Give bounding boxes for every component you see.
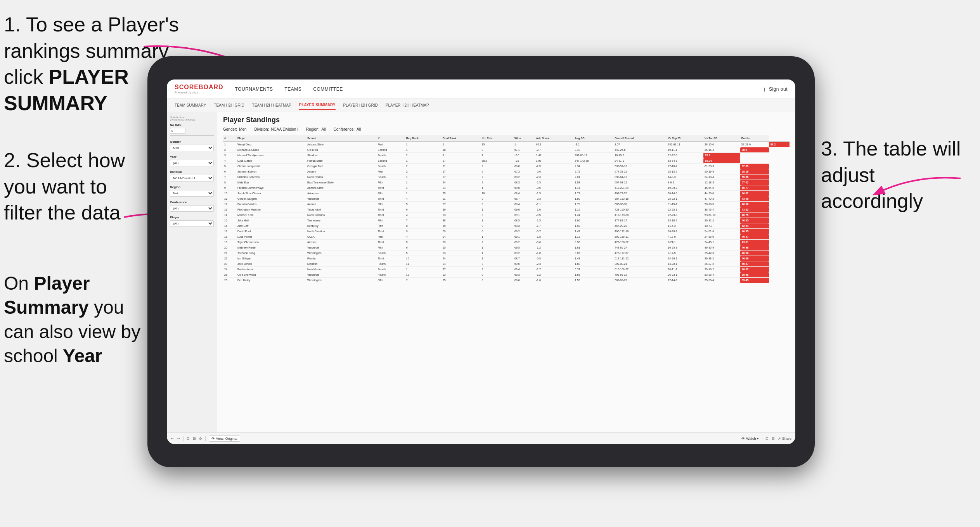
nav-teams[interactable]: TEAMS (285, 85, 302, 94)
col-school: School (306, 135, 377, 142)
cell-23-4: 1 (405, 267, 442, 272)
cell-13-12: 53-51-10 (703, 213, 740, 218)
table-row[interactable]: 6Jackson KoivunAuburnFirst217667.3-0.62.… (223, 169, 790, 175)
table-row[interactable]: 14Maxwell FordNorth CarolinaThird423069.… (223, 213, 790, 218)
cell-22-11: 14-20-1 (667, 261, 703, 267)
cell-6-7: 68.2 (513, 175, 535, 180)
toolbar-paste[interactable]: ⊞ (193, 437, 196, 441)
table-row[interactable]: 12Brendan ValdesAuburnFifth537068.4-1.11… (223, 202, 790, 207)
table-row[interactable]: 19Tiger ChristensenArizonaThird523269.2-… (223, 240, 790, 245)
cell-3-6: 68.2 (481, 158, 513, 164)
sidebar-player: Player (All) (170, 216, 214, 227)
subnav-team-h2h-heatmap[interactable]: TEAM H2H HEATMAP (252, 101, 291, 109)
share-label: Share (782, 437, 791, 441)
toolbar-grid[interactable]: ⊞ (772, 437, 775, 441)
table-row[interactable]: 2Michael La SassoOle MissSecond118067.1-… (223, 147, 790, 153)
cell-1-13: 78.2 (740, 147, 769, 153)
cell-4-12: 61-20-3 (703, 164, 740, 169)
cell-25-4: 7 (405, 278, 442, 283)
cell-8-0: 9 (223, 185, 236, 191)
subnav-team-h2h-grid[interactable]: TEAM H2H GRID (214, 101, 244, 109)
cell-18-0: 19 (223, 240, 236, 245)
table-row[interactable]: 3Michael ThorbjornsenStanfordFourth287-2… (223, 153, 790, 158)
step2-note-pre: On (4, 273, 34, 294)
year-select[interactable]: (All) First Second Third Fourth Fifth (170, 160, 214, 166)
cell-6-5: 27 (442, 175, 481, 180)
cell-20-8: -1.0 (535, 251, 574, 256)
table-row[interactable]: 22Ian GilliganFloridaThird1024168.7-0.81… (223, 256, 790, 261)
cell-6-13: 55.56 (740, 175, 769, 180)
cell-9-13: 46.82 (740, 191, 769, 196)
cell-13-5: 23 (442, 213, 481, 218)
cell-25-5: 25 (442, 278, 481, 283)
table-row[interactable]: 4Luke ClatonFlorida StateSecond12768.2-1… (223, 158, 790, 164)
table-row[interactable]: 8Mats EgeEast Tennessee StateFifth124268… (223, 180, 790, 185)
cell-19-10: 448-85-27 (613, 245, 667, 251)
cell-10-1: Gordon Sargent (236, 196, 306, 202)
nav-signout[interactable]: Sign out (769, 85, 788, 94)
table-row[interactable]: 10Jacob Skov OlesenArkansasFifth1251068.… (223, 191, 790, 196)
toolbar-redo[interactable]: ↪ (177, 437, 180, 441)
cell-0-7: 1 (513, 142, 535, 147)
subnav-player-summary[interactable]: PLAYER SUMMARY (299, 101, 336, 110)
cell-14-12: 26-32-2 (703, 218, 740, 223)
cell-17-13: 46.47 (740, 234, 769, 240)
no-rds-input[interactable] (170, 128, 185, 134)
view-original-btn[interactable]: 👁 View: Original (209, 435, 240, 442)
table-row[interactable]: 1Wenyi DingArizona StateFirst1115167.1-3… (223, 142, 790, 147)
cell-25-6: 0 (481, 278, 513, 283)
table-row[interactable]: 15Jake HallTennesseeFifth788168.5-1.51.6… (223, 218, 790, 223)
nav-committee[interactable]: COMMITTEE (313, 85, 343, 94)
cell-16-2: North Carolina (306, 229, 377, 234)
cell-11-10: 605-96-38 (613, 202, 667, 207)
cell-17-11: 4-18-0 (667, 234, 703, 240)
nav-tournaments[interactable]: TOURNAMENTS (235, 85, 273, 94)
cell-21-5: 24 (442, 256, 481, 261)
table-row[interactable]: 16Alex GoffKentuckyFifth819068.3-1.71.92… (223, 223, 790, 229)
table-row[interactable]: 5Christo LamprechtGeorgia TechFourth2212… (223, 164, 790, 169)
cell-24-5: 23 (442, 272, 481, 278)
instruction-step2: 2. Select how you want to filter the dat… (4, 147, 136, 226)
toolbar-clock[interactable]: ⊙ (199, 437, 202, 441)
gender-select[interactable]: Men Women (170, 145, 214, 151)
cell-23-11: 10-11-1 (667, 267, 703, 272)
table-row[interactable]: 11Gordon SargentVanderbiltThird421068.7-… (223, 196, 790, 202)
player-select[interactable]: (All) (170, 220, 214, 227)
year-label: Year (170, 155, 214, 159)
table-row[interactable]: 25Cole SherwoodVanderbiltFourth1223069.3… (223, 272, 790, 278)
table-row[interactable]: 17David FordNorth CarolinaThird969069.2-… (223, 229, 790, 234)
logo-text: SCOREBOARD (175, 84, 223, 91)
subnav-player-h2h-grid[interactable]: PLAYER H2H GRID (343, 101, 378, 109)
cell-2-12: 78.1 (703, 153, 740, 158)
cell-17-6: 1 (481, 234, 513, 240)
cell-9-3: Fifth (377, 191, 405, 196)
toolbar-download[interactable]: ⊡ (765, 437, 769, 441)
table-row[interactable]: 7Nicholas GabrelcikNorth FloridaFourth12… (223, 175, 790, 180)
cell-11-8: -1.1 (535, 202, 574, 207)
toolbar-undo[interactable]: ↩ (171, 437, 174, 441)
conference-select[interactable]: (All) (170, 205, 214, 212)
table-row[interactable]: 21Taehoon SongWashingtonFourth523169.2-1… (223, 251, 790, 256)
table-row[interactable]: 13Phichakun MaichonTexas A&MThird630169.… (223, 207, 790, 213)
watch-btn[interactable]: 👁 Watch ▾ (741, 437, 759, 441)
no-rds-slider[interactable] (170, 135, 214, 136)
cell-21-13: 40.69 (740, 256, 769, 261)
table-row[interactable]: 26Petr HrubyWashingtonFifth725068.6-1.61… (223, 278, 790, 283)
cell-9-0: 10 (223, 191, 236, 196)
subnav-player-h2h-heatmap[interactable]: PLAYER H2H HEATMAP (386, 101, 429, 109)
division-select[interactable]: NCAA Division I NCAA Division II NCAA Di… (170, 175, 214, 181)
share-btn[interactable]: ↗ Share (778, 437, 791, 441)
cell-13-2: North Carolina (306, 213, 377, 218)
cell-1-3: Second (377, 147, 405, 153)
table-row[interactable]: 23Jack LundinMissouriFourth1124069.6-2.3… (223, 261, 790, 267)
cell-18-2: Arizona (306, 240, 377, 245)
region-select[interactable]: N/A All (170, 190, 214, 197)
toolbar-copy[interactable]: ⊡ (187, 437, 190, 441)
table-row[interactable]: 9Preston SummerhaysArizona StateThird124… (223, 185, 790, 191)
subnav-team-summary[interactable]: TEAM SUMMARY (175, 101, 206, 109)
bottom-toolbar: ↩ ↪ ⊡ ⊞ ⊙ 👁 View: Original 👁 Watch ▾ ⊡ ⊞… (167, 432, 795, 444)
table-row[interactable]: 18Luke PowellUCLAFirst424169.1-1.81.1350… (223, 234, 790, 240)
table-row[interactable]: 20Matthew RiedelVanderbiltFifth615169.5-… (223, 245, 790, 251)
table-row[interactable]: 24Bastien AmatNew MexicoFourth127269.4-1… (223, 267, 790, 272)
sidebar-gender: Gender Men Women (170, 140, 214, 151)
